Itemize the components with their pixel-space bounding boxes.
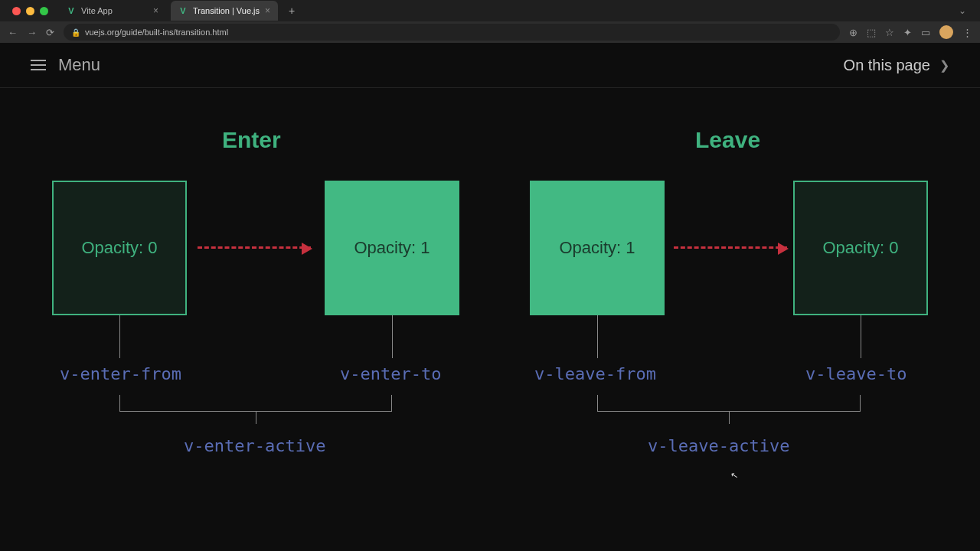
close-tab-icon[interactable]: × [153,5,158,16]
tab-bar: V Vite App × V Transition | Vue.js × + ⌄ [0,0,980,21]
transition-diagram: Enter Leave Opacity: 0 Opacity: 1 Opacit… [0,104,980,551]
bookmark-icon[interactable]: ☆ [885,27,894,38]
extensions-icon[interactable]: ✦ [903,27,912,38]
browser-tab-vue[interactable]: V Transition | Vue.js × [171,1,278,21]
minimize-window-icon[interactable] [26,7,34,15]
leave-to-box: Opacity: 0 [793,181,928,315]
vite-favicon-icon: V [67,6,76,15]
enter-heading: Enter [222,127,281,153]
browser-tab-vite[interactable]: V Vite App × [59,1,166,21]
leave-from-box: Opacity: 1 [530,181,665,315]
leave-bracket [597,395,861,412]
browser-chrome: V Vite App × V Transition | Vue.js × + ⌄… [0,0,980,43]
install-icon[interactable]: ⬚ [867,27,876,38]
on-this-page-label: On this page [844,57,930,74]
close-window-icon[interactable] [12,7,21,15]
enter-from-box: Opacity: 0 [52,181,187,315]
leave-from-class: v-leave-from [534,364,656,383]
url-text: vuejs.org/guide/built-ins/transition.htm… [85,28,228,37]
page-content: Menu On this page ❯ Enter Leave Opacity:… [0,43,980,551]
enter-to-text: Opacity: 1 [354,238,430,258]
address-bar: ← → ⟳ 🔒 vuejs.org/guide/built-ins/transi… [0,21,980,43]
url-input[interactable]: 🔒 vuejs.org/guide/built-ins/transition.h… [64,24,840,41]
connector-line [597,315,598,358]
enter-active-class: v-enter-active [184,436,325,455]
enter-from-text: Opacity: 0 [81,238,157,258]
enter-bracket-stem [256,412,256,424]
new-tab-button[interactable]: + [284,5,299,17]
enter-to-class: v-enter-to [340,364,441,383]
chevron-right-icon: ❯ [939,58,949,73]
menu-dots-icon[interactable]: ⋮ [962,27,972,38]
enter-from-class: v-enter-from [60,364,181,383]
close-tab-icon[interactable]: × [265,5,270,16]
lock-icon: 🔒 [71,28,80,37]
maximize-window-icon[interactable] [40,7,48,15]
menu-button[interactable]: Menu [31,55,100,75]
cursor-icon: ↖ [730,469,739,481]
reload-icon[interactable]: ⟳ [46,27,54,38]
connector-line [119,315,120,358]
enter-bracket [119,395,392,412]
tab-title: Vite App [81,6,113,15]
side-panel-icon[interactable]: ▭ [921,27,930,38]
window-controls [6,7,54,15]
connector-line [392,315,393,358]
vue-favicon-icon: V [178,6,188,15]
menu-label: Menu [58,55,100,75]
leave-to-class: v-leave-to [805,364,906,383]
leave-heading: Leave [695,127,760,153]
page-header: Menu On this page ❯ [0,43,980,88]
profile-avatar[interactable] [939,25,953,39]
back-icon[interactable]: ← [8,27,18,38]
tab-title: Transition | Vue.js [193,6,260,15]
leave-active-class: v-leave-active [648,436,789,455]
leave-bracket-stem [729,412,730,424]
enter-to-box: Opacity: 1 [325,181,459,315]
enter-arrow-icon [198,246,311,249]
on-this-page-button[interactable]: On this page ❯ [844,57,949,74]
connector-line [861,315,861,358]
leave-arrow-icon [674,246,787,249]
forward-icon[interactable]: → [27,27,37,38]
zoom-icon[interactable]: ⊕ [849,27,858,38]
leave-to-text: Opacity: 0 [822,238,898,258]
tabs-overflow-icon[interactable]: ⌄ [959,5,974,16]
hamburger-icon [31,60,46,70]
leave-from-text: Opacity: 1 [559,238,635,258]
